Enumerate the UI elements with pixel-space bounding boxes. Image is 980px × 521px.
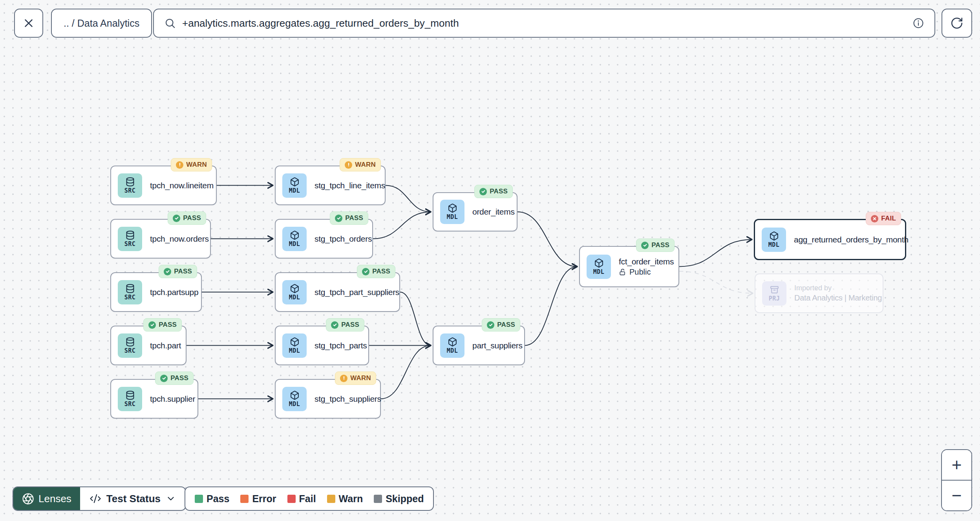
zoom-in-button[interactable]: + xyxy=(942,450,971,480)
info-icon[interactable] xyxy=(912,17,924,29)
node-label: Data Analytics | Marketing xyxy=(794,293,882,302)
close-button[interactable] xyxy=(14,9,43,38)
pass-status-icon xyxy=(173,215,180,222)
node-label: stg_tpch_part_suppliers xyxy=(314,288,399,297)
status-badge-pass: PASS xyxy=(636,239,675,252)
lineage-node-tpch_partsupp[interactable]: SRCtpch.partsuppPASS xyxy=(110,272,202,312)
status-badge-pass: PASS xyxy=(326,318,364,332)
lineage-node-stg_tpch_parts[interactable]: MDLstg_tpch_partsPASS xyxy=(275,326,369,365)
legend-swatch-skipped xyxy=(374,495,382,503)
status-badge-pass: PASS xyxy=(168,211,206,225)
node-label: fct_order_items xyxy=(619,257,674,266)
lineage-node-part_suppliers[interactable]: MDLpart_suppliersPASS xyxy=(433,326,525,365)
node-label: tpch_now.lineitem xyxy=(150,181,214,190)
status-badge-fail: FAIL xyxy=(866,212,901,225)
model-icon: MDL xyxy=(440,333,464,358)
lock-open-icon xyxy=(619,268,626,276)
lineage-node-imported_by_project[interactable]: PRJImported byData Analytics | Marketing xyxy=(755,273,883,313)
pass-status-icon xyxy=(479,188,487,195)
node-subtitle: Imported by xyxy=(794,284,882,292)
legend-item-pass: Pass xyxy=(195,493,229,505)
breadcrumb[interactable]: .. / Data Analytics xyxy=(51,9,152,38)
breadcrumb-label: .. / Data Analytics xyxy=(64,18,139,29)
node-label: tpch.partsupp xyxy=(150,288,198,297)
zoom-out-button[interactable]: − xyxy=(942,480,971,510)
node-label: order_items xyxy=(472,207,515,217)
model-icon: MDL xyxy=(762,228,786,252)
edge-stg_tpch_suppliers-to-part_suppliers xyxy=(381,346,431,399)
edge-order_items-to-fct_order_items xyxy=(517,212,577,267)
close-icon xyxy=(22,16,35,30)
model-icon: MDL xyxy=(587,255,611,279)
pass-status-icon xyxy=(148,321,156,329)
pass-status-icon xyxy=(164,268,171,275)
lineage-node-agg_returned_orders_by_month[interactable]: MDLagg_returned_orders_by_monthFAIL xyxy=(754,219,906,260)
lineage-node-tpch_now_lineitem[interactable]: SRCtpch_now.lineitemWARN xyxy=(110,166,217,205)
status-badge-warn: WARN xyxy=(171,158,212,171)
node-label: part_suppliers xyxy=(472,341,523,350)
refresh-icon xyxy=(950,16,964,30)
model-icon: MDL xyxy=(282,280,307,304)
node-label: stg_tpch_parts xyxy=(314,341,367,350)
source-icon: SRC xyxy=(118,227,142,251)
source-icon: SRC xyxy=(118,173,142,198)
source-icon: SRC xyxy=(118,387,142,411)
status-badge-pass: PASS xyxy=(357,265,395,278)
status-badge-pass: PASS xyxy=(474,185,513,198)
lineage-node-stg_tpch_suppliers[interactable]: MDLstg_tpch_suppliersWARN xyxy=(275,379,381,419)
legend-swatch-fail xyxy=(287,495,296,503)
project-icon: PRJ xyxy=(762,281,786,306)
model-icon: MDL xyxy=(440,200,464,224)
fail-status-icon xyxy=(871,215,878,222)
node-label: stg_tpch_suppliers xyxy=(314,394,381,404)
status-badge-warn: WARN xyxy=(340,158,381,171)
search-bar[interactable] xyxy=(153,9,935,38)
status-badge-pass: PASS xyxy=(482,318,520,332)
legend-item-fail: Fail xyxy=(287,493,316,505)
zoom-control: + − xyxy=(941,449,972,511)
aperture-icon xyxy=(22,493,34,505)
legend-swatch-warn xyxy=(327,495,335,503)
model-icon: MDL xyxy=(282,333,307,358)
lineage-node-stg_tpch_part_suppliers[interactable]: MDLstg_tpch_part_suppliersPASS xyxy=(275,272,400,312)
lineage-node-stg_tpch_orders[interactable]: MDLstg_tpch_ordersPASS xyxy=(275,219,373,259)
lineage-node-stg_tpch_line_items[interactable]: MDLstg_tpch_line_itemsWARN xyxy=(275,166,386,205)
node-label: tpch.part xyxy=(150,341,181,350)
lenses-label: Lenses xyxy=(38,493,71,505)
lineage-node-tpch_part[interactable]: SRCtpch.partPASS xyxy=(110,326,186,365)
node-label: stg_tpch_line_items xyxy=(314,181,385,190)
legend-swatch-error xyxy=(240,495,249,503)
status-badge-pass: PASS xyxy=(330,211,368,225)
edge-fct_order_items-to-imported_by_project xyxy=(679,271,753,293)
node-label: tpch_now.orders xyxy=(150,234,209,244)
lens-selector-label: Test Status xyxy=(106,493,161,505)
lens-selector-dropdown[interactable]: Test Status xyxy=(80,487,185,510)
model-icon: MDL xyxy=(282,387,307,411)
test-status-legend: PassErrorFailWarnSkipped xyxy=(185,486,434,511)
pass-status-icon xyxy=(487,321,494,329)
status-badge-pass: PASS xyxy=(159,265,197,278)
lineage-node-fct_order_items[interactable]: MDLfct_order_itemsPublicPASS xyxy=(579,246,679,287)
edge-part_suppliers-to-fct_order_items xyxy=(525,267,577,346)
edge-stg_tpch_part_suppliers-to-part_suppliers xyxy=(400,292,431,346)
status-badge-warn: WARN xyxy=(335,372,376,385)
warn-status-icon xyxy=(345,161,352,169)
source-icon: SRC xyxy=(118,333,142,358)
lenses-button[interactable]: Lenses xyxy=(13,487,80,510)
model-icon: MDL xyxy=(282,173,307,198)
lineage-node-tpch_now_orders[interactable]: SRCtpch_now.ordersPASS xyxy=(110,219,211,259)
legend-item-error: Error xyxy=(240,493,276,505)
lineage-node-tpch_supplier[interactable]: SRCtpch.supplierPASS xyxy=(110,379,198,419)
legend-item-skipped: Skipped xyxy=(374,493,424,505)
node-label: agg_returned_orders_by_month xyxy=(794,235,909,244)
search-icon xyxy=(164,17,176,29)
refresh-button[interactable] xyxy=(942,9,972,38)
status-badge-pass: PASS xyxy=(155,372,194,385)
lineage-node-order_items[interactable]: MDLorder_itemsPASS xyxy=(433,192,517,231)
legend-item-warn: Warn xyxy=(327,493,363,505)
lens-bar: Lenses Test Status xyxy=(13,486,186,511)
search-input[interactable] xyxy=(182,17,906,29)
warn-status-icon xyxy=(340,375,347,382)
pass-status-icon xyxy=(362,268,369,275)
pass-status-icon xyxy=(335,215,342,222)
